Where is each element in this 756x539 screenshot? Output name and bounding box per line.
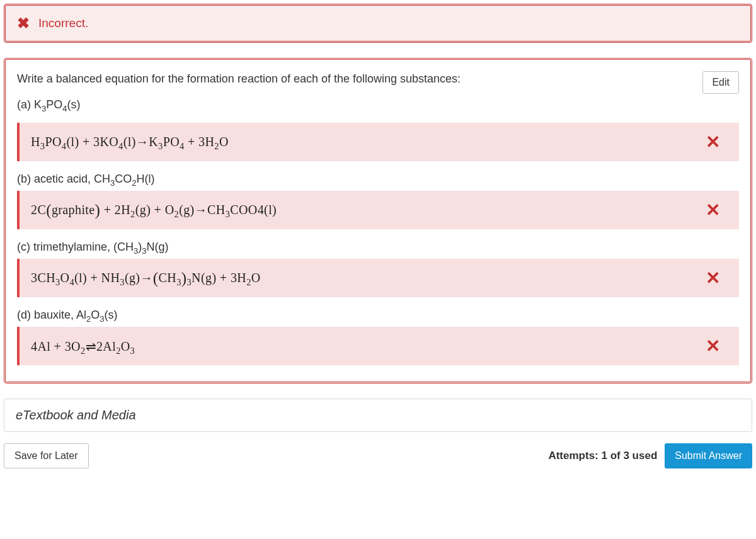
- attempts-text: Attempts: 1 of 3 used: [548, 450, 657, 462]
- answer-c-formula: 3CH3O4(l) + NH3(g)→(CH3)3N(g) + 3H2O: [31, 270, 261, 287]
- answer-d: 4Al + 3O2⇌2Al2O3 ✕: [17, 327, 739, 365]
- incorrect-alert: ✖ Incorrect.: [4, 4, 752, 43]
- wrong-icon: ✕: [706, 268, 728, 288]
- wrong-icon: ✕: [706, 336, 728, 356]
- wrong-icon: ✕: [706, 200, 728, 220]
- submit-answer-button[interactable]: Submit Answer: [665, 443, 752, 468]
- wrong-icon: ✕: [706, 132, 728, 152]
- part-d-label: (d) bauxite, Al2O3(s): [17, 309, 739, 322]
- incorrect-icon: ✖: [17, 16, 30, 31]
- part-c-label: (c) trimethylamine, (CH3)3N(g): [17, 241, 739, 254]
- answer-a: H3PO4(l) + 3KO4(l)→K3PO4 + 3H2O ✕: [17, 123, 739, 161]
- part-b-label: (b) acetic acid, CH3CO2H(l): [17, 173, 739, 186]
- answer-c: 3CH3O4(l) + NH3(g)→(CH3)3N(g) + 3H2O ✕: [17, 259, 739, 297]
- edit-button[interactable]: Edit: [702, 71, 739, 94]
- etextbook-link[interactable]: eTextbook and Media: [4, 399, 752, 432]
- save-for-later-button[interactable]: Save for Later: [4, 443, 89, 468]
- incorrect-message: Incorrect.: [38, 16, 88, 30]
- answer-b: 2C(graphite) + 2H2(g) + O2(g)→CH3COO4(l)…: [17, 191, 739, 229]
- prompt: Write a balanced equation for the format…: [17, 71, 692, 87]
- footer: Save for Later Attempts: 1 of 3 used Sub…: [4, 443, 752, 468]
- part-a-label: (a) K3PO4(s): [17, 97, 692, 113]
- prompt-text: Write a balanced equation for the format…: [17, 71, 692, 123]
- answer-b-formula: 2C(graphite) + 2H2(g) + O2(g)→CH3COO4(l): [31, 201, 277, 219]
- question-header: Write a balanced equation for the format…: [17, 71, 739, 123]
- answer-d-formula: 4Al + 3O2⇌2Al2O3: [31, 339, 135, 354]
- answer-a-formula: H3PO4(l) + 3KO4(l)→K3PO4 + 3H2O: [31, 135, 229, 149]
- question-panel: Write a balanced equation for the format…: [4, 58, 752, 383]
